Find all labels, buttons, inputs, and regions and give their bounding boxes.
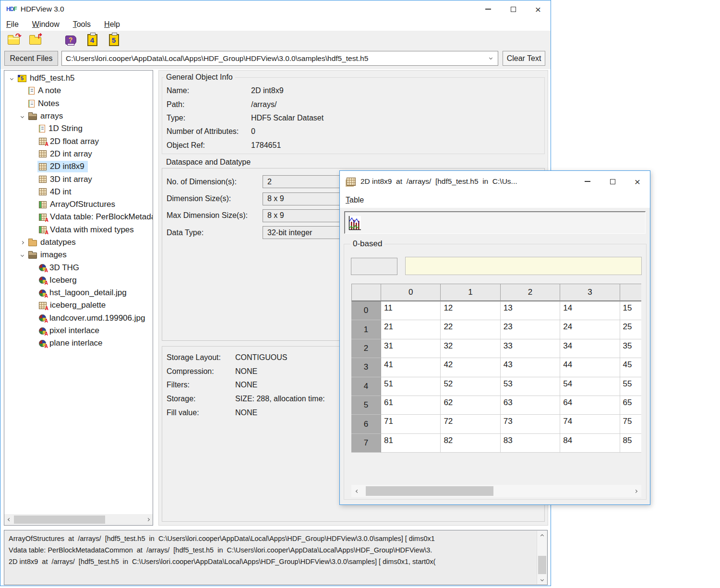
row-header[interactable]: 4 <box>351 377 381 396</box>
tree-item[interactable]: A2D float array <box>4 135 153 147</box>
chevron-down-icon[interactable] <box>489 56 492 60</box>
table-cell[interactable]: 71 <box>381 415 441 433</box>
table-cell[interactable]: 32 <box>441 339 500 358</box>
user-guide-icon[interactable]: ? <box>63 33 78 47</box>
menu-file[interactable]: File <box>6 20 19 29</box>
tree-item[interactable]: Aiceberg_palette <box>4 299 153 312</box>
tree-item[interactable]: images <box>4 249 153 261</box>
table-cell[interactable]: 73 <box>501 415 560 433</box>
tree-item[interactable]: 3D int array <box>4 173 153 185</box>
table-horizontal-scrollbar[interactable] <box>351 485 641 497</box>
tree-item[interactable]: 4D int <box>4 186 153 198</box>
table-titlebar[interactable]: 2D int8x9 at /arrays/ [hdf5_test.h5 in C… <box>340 171 650 192</box>
expander-icon[interactable] <box>18 241 27 244</box>
scrollbar-thumb[interactable] <box>14 516 105 524</box>
column-header[interactable]: 0 <box>381 284 441 301</box>
table-cell[interactable]: 42 <box>441 358 500 377</box>
scroll-down-icon[interactable] <box>537 575 547 584</box>
row-header[interactable]: 2 <box>351 339 381 358</box>
table-cell[interactable]: 45 <box>620 358 641 377</box>
table-cell[interactable]: 62 <box>441 396 500 415</box>
close-button[interactable]: × <box>526 0 551 18</box>
table-cell[interactable]: 55 <box>620 377 641 396</box>
tree-item[interactable]: AIceberg <box>4 274 153 287</box>
column-header[interactable]: 1 <box>441 284 500 301</box>
tree-item[interactable]: A3D THG <box>4 261 153 274</box>
file-path-combobox[interactable]: C:\Users\lori.cooper\AppData\Local\Apps\… <box>61 51 498 66</box>
table-cell[interactable]: 34 <box>560 339 620 358</box>
table-cell[interactable]: 23 <box>501 320 560 339</box>
column-header[interactable]: 3 <box>560 284 620 301</box>
table-cell[interactable]: 43 <box>501 358 560 377</box>
minimize-button[interactable] <box>476 0 501 18</box>
scroll-up-icon[interactable] <box>537 531 547 540</box>
table-cell[interactable]: 74 <box>560 415 620 433</box>
cell-reference-field[interactable] <box>351 258 397 275</box>
table-cell[interactable]: 11 <box>381 301 441 320</box>
table-cell[interactable]: 44 <box>560 358 620 377</box>
scroll-left-icon[interactable] <box>4 514 14 525</box>
hdf4-file-icon[interactable]: 4 <box>85 33 99 47</box>
table-cell[interactable]: 14 <box>560 301 620 320</box>
row-header[interactable]: 1 <box>351 320 381 339</box>
cell-value-field[interactable] <box>405 257 642 275</box>
table-cell[interactable]: 81 <box>381 434 441 453</box>
table-cell[interactable]: 83 <box>501 434 560 453</box>
menu-tools[interactable]: Tools <box>73 20 91 29</box>
maximize-button[interactable] <box>501 0 526 18</box>
scrollbar-thumb[interactable] <box>366 486 493 496</box>
table-cell[interactable]: 72 <box>441 415 500 433</box>
table-cell[interactable]: 22 <box>441 320 500 339</box>
expander-icon[interactable] <box>18 254 27 256</box>
grid-corner-cell[interactable] <box>351 284 381 301</box>
status-log[interactable]: ArrayOfStructures at /arrays/ [hdf5_test… <box>4 530 548 585</box>
table-cell[interactable]: 51 <box>381 377 441 396</box>
open-file-icon[interactable]: ↷ <box>6 33 21 47</box>
table-cell[interactable]: 31 <box>381 339 441 358</box>
column-header[interactable] <box>620 284 641 301</box>
table-cell[interactable]: 33 <box>501 339 560 358</box>
table-cell[interactable]: 35 <box>620 339 641 358</box>
tree-item[interactable]: A note <box>4 84 153 97</box>
row-header[interactable]: 6 <box>351 415 381 433</box>
menu-window[interactable]: Window <box>32 20 60 29</box>
row-header[interactable]: 3 <box>351 358 381 377</box>
table-minimize-button[interactable] <box>575 171 600 192</box>
recent-files-button[interactable]: Recent Files <box>4 51 58 66</box>
main-titlebar[interactable]: HDF HDFView 3.0 × <box>0 0 551 18</box>
table-maximize-button[interactable] <box>600 171 625 192</box>
table-cell[interactable]: 24 <box>560 320 620 339</box>
table-cell[interactable]: 65 <box>620 396 641 415</box>
log-vertical-scrollbar[interactable] <box>537 531 547 584</box>
tree-item[interactable]: Apixel interlace <box>4 324 153 337</box>
tree-item[interactable]: arrays <box>4 110 153 122</box>
expander-icon[interactable] <box>7 77 16 80</box>
menu-table[interactable]: Table <box>346 196 364 204</box>
row-header[interactable]: 7 <box>351 434 381 453</box>
row-header[interactable]: 0 <box>351 301 381 320</box>
table-cell[interactable]: 84 <box>560 434 620 453</box>
tree-item[interactable]: Ahst_lagoon_detail.jpg <box>4 287 153 299</box>
tree-item[interactable]: datatypes <box>4 236 153 249</box>
row-header[interactable]: 5 <box>351 396 381 415</box>
table-cell[interactable]: 41 <box>381 358 441 377</box>
tree-item[interactable]: Alandcover.umd.199906.jpg <box>4 312 153 324</box>
table-cell[interactable]: 12 <box>441 301 500 320</box>
tree-item[interactable]: 2D int array <box>4 148 153 160</box>
table-cell[interactable]: 21 <box>381 320 441 339</box>
table-cell[interactable]: 63 <box>501 396 560 415</box>
scrollbar-thumb[interactable] <box>538 556 546 574</box>
tree-item[interactable]: AVdata table: PerBlockMetadataCommon <box>4 211 153 223</box>
table-cell[interactable]: 53 <box>501 377 560 396</box>
tree-item[interactable]: Notes <box>4 97 153 110</box>
table-cell[interactable]: 52 <box>441 377 500 396</box>
hdf5-file-icon[interactable]: 5 <box>107 33 121 47</box>
table-cell[interactable]: 54 <box>560 377 620 396</box>
table-cell[interactable]: 61 <box>381 396 441 415</box>
tree-item[interactable]: ArrayOfStructures <box>4 198 153 211</box>
scroll-left-icon[interactable] <box>352 485 362 497</box>
table-close-button[interactable]: × <box>625 171 650 192</box>
table-cell[interactable]: 75 <box>620 415 641 433</box>
table-cell[interactable]: 82 <box>441 434 500 453</box>
tree-horizontal-scrollbar[interactable] <box>4 514 153 525</box>
